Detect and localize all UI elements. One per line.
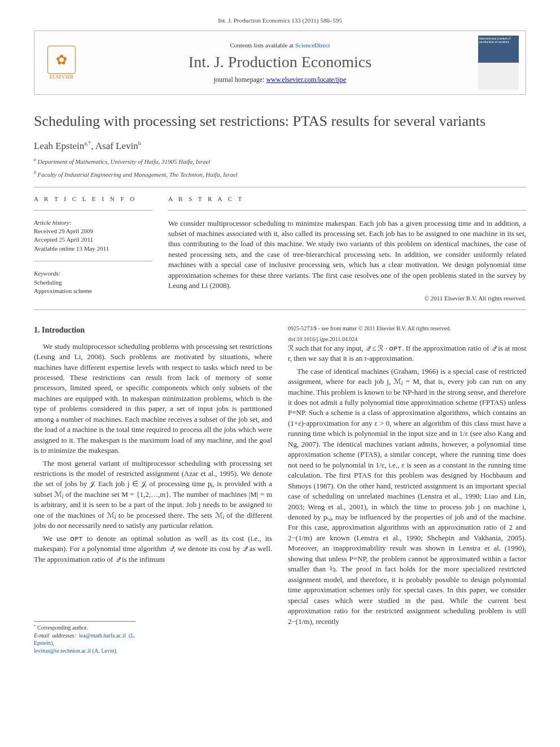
elsevier-tree-icon: ✿: [47, 46, 76, 74]
section-heading-1: 1. Introduction: [34, 325, 272, 336]
journal-cover-thumbnail: international journal of production econ…: [478, 36, 519, 90]
abstract-text: We consider multiprocessor scheduling to…: [168, 219, 526, 291]
authors-line: Leah Epsteina,*, Asaf Levinb: [34, 140, 526, 152]
received-date: Received 29 April 2009: [34, 228, 93, 234]
author-1: Leah Epstein: [34, 140, 84, 151]
corresponding-author-note: Corresponding author.: [37, 624, 88, 631]
paragraph: The case of identical machines (Graham, …: [288, 366, 526, 627]
body-text: 1. Introduction We study multiprocessor …: [34, 325, 526, 655]
footnotes: * Corresponding author. E-mail addresses…: [34, 621, 135, 654]
header-center: Contents lists available at ScienceDirec…: [82, 42, 478, 84]
paragraph: ℛ such that for any input, 𝒬 ≤ ℛ · ᴏᴘᴛ. …: [288, 343, 526, 364]
contents-available-line: Contents lists available at ScienceDirec…: [82, 42, 478, 49]
journal-header-box: ✿ ELSEVIER Contents lists available at S…: [34, 30, 526, 95]
divider: [34, 261, 152, 261]
divider: [168, 210, 526, 211]
sciencedirect-link[interactable]: ScienceDirect: [295, 42, 330, 49]
abstract-label: A B S T R A C T: [168, 195, 526, 202]
info-abstract-row: A R T I C L E I N F O Article history: R…: [34, 195, 526, 302]
online-date: Available online 13 May 2011: [34, 245, 109, 252]
issn-line: 0925-5273/$ - see front matter © 2011 El…: [288, 325, 526, 333]
author-email-2[interactable]: levinas@ie.technion.ac.il (A. Levin).: [34, 648, 117, 654]
journal-homepage-link[interactable]: www.elsevier.com/locate/ijpe: [266, 76, 346, 84]
doi-line: doi:10.1016/j.ijpe.2011.04.024: [288, 335, 526, 343]
keywords-block: Keywords: Scheduling Approximation schem…: [34, 269, 152, 295]
affiliation-b: b Faculty of Industrial Engineering and …: [34, 170, 526, 179]
paragraph: The most general variant of multiprocess…: [34, 458, 272, 531]
keyword-1: Scheduling: [34, 279, 62, 286]
author-2-affil: b: [138, 140, 141, 146]
keyword-2: Approximation scheme: [34, 287, 92, 294]
publisher-name: ELSEVIER: [50, 74, 74, 80]
journal-title: Int. J. Production Economics: [82, 53, 478, 71]
article-info-column: A R T I C L E I N F O Article history: R…: [34, 195, 152, 302]
affiliation-a: a Department of Mathematics, University …: [34, 157, 526, 166]
history-label: Article history:: [34, 219, 72, 226]
paragraph: We study multiprocessor scheduling probl…: [34, 342, 272, 456]
divider: [34, 187, 526, 187]
journal-homepage-line: journal homepage: www.elsevier.com/locat…: [82, 76, 478, 84]
divider: [34, 309, 526, 310]
star-icon: *: [34, 624, 36, 628]
author-2: Asaf Levin: [95, 140, 138, 151]
divider: [34, 210, 152, 211]
accepted-date: Accepted 25 April 2011: [34, 236, 93, 243]
copyright-line: © 2011 Elsevier B.V. All rights reserved…: [168, 295, 526, 302]
keywords-label: Keywords:: [34, 270, 60, 277]
article-history: Article history: Received 29 April 2009 …: [34, 219, 152, 254]
article-info-label: A R T I C L E I N F O: [34, 195, 152, 202]
journal-reference: Int. J. Production Economics 133 (2011) …: [34, 17, 526, 24]
article-title: Scheduling with processing set restricti…: [34, 112, 526, 131]
email-label: E-mail addresses:: [34, 632, 76, 639]
publisher-logo: ✿ ELSEVIER: [41, 40, 82, 85]
page: Int. J. Production Economics 133 (2011) …: [0, 0, 560, 671]
abstract-column: A B S T R A C T We consider multiprocess…: [168, 195, 526, 302]
paragraph: We use ᴏᴘᴛ to denote an optimal solution…: [34, 534, 272, 565]
